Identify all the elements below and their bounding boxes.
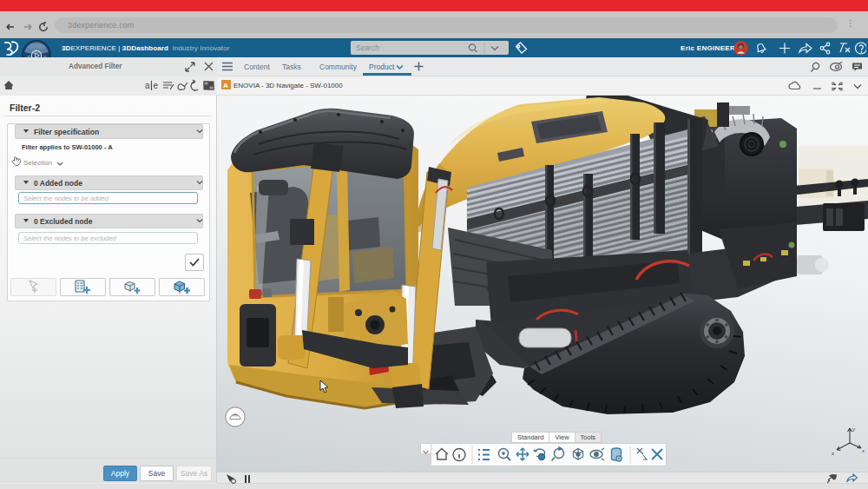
svg-text:PPR: PPR bbox=[233, 414, 239, 418]
svg-text:A: A bbox=[223, 82, 228, 89]
svg-text:z: z bbox=[832, 451, 834, 456]
svg-text:x: x bbox=[862, 448, 865, 453]
svg-text:e: e bbox=[154, 81, 159, 90]
svg-text:y: y bbox=[852, 426, 855, 432]
svg-text:a: a bbox=[145, 81, 150, 90]
